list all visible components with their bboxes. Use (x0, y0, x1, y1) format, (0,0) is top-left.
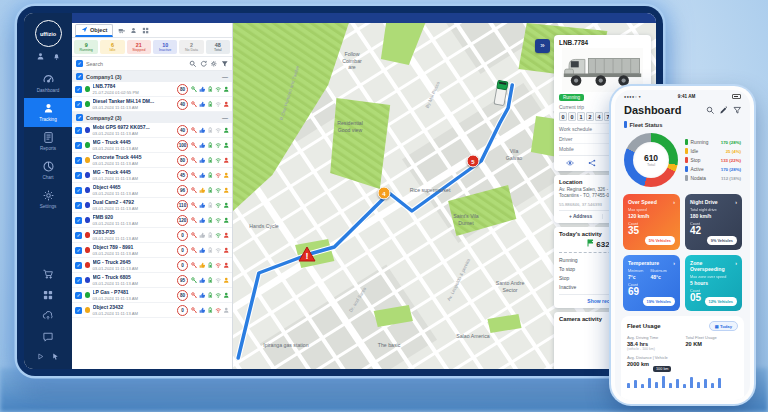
bell-icon[interactable] (52, 52, 61, 61)
collapse-group-icon[interactable]: — (222, 115, 228, 121)
card-sub-label: Total night drive (690, 208, 717, 212)
vehicle-truck-marker[interactable] (494, 80, 508, 106)
phone-edit-icon[interactable] (719, 106, 728, 115)
status-chip-running[interactable]: 9Running (74, 40, 98, 54)
sidebar-item-dashboard[interactable]: Dashboard (24, 69, 72, 98)
share-icon[interactable] (588, 159, 596, 167)
vehicle-row[interactable]: ✓Concrete Truck 444503-01-2024 11:11:13 … (72, 153, 232, 168)
status-chip-no-data[interactable]: 2No Data (179, 40, 203, 54)
vehicle-row[interactable]: ✓Dual Cam2 - 479203-01-2024 11:11:13 AM1… (72, 198, 232, 213)
vehicle-checkbox[interactable]: ✓ (75, 202, 82, 209)
vehicle-row[interactable]: ✓Object 446503-01-2024 11:11:13 AM96 (72, 183, 232, 198)
vehicle-row[interactable]: ✓X283-P3503-01-2024 11:11:13 AM0 (72, 228, 232, 243)
collapse-panel-button[interactable]: » (535, 39, 550, 53)
vehicle-checkbox[interactable]: ✓ (75, 86, 82, 93)
search-input[interactable] (86, 61, 186, 67)
waypoint-5-marker[interactable]: 5 (467, 155, 480, 168)
play-icon[interactable] (36, 352, 45, 361)
filter-icon[interactable] (221, 60, 229, 68)
vehicle-checkbox[interactable]: ✓ (75, 101, 82, 108)
grid-icon[interactable] (142, 27, 149, 34)
kpi-card-over-speed[interactable]: Over Speed›Max speed120 km/hCount355% Ve… (623, 194, 680, 250)
vehicle-checkbox[interactable]: ✓ (75, 172, 82, 179)
status-chip-total[interactable]: 48Total (206, 40, 230, 54)
status-chip-stopped[interactable]: 21Stopped (127, 40, 151, 54)
vehicle-row[interactable]: ✓LNB.778421-07-2024 01:02:55 PM80 (72, 82, 232, 97)
chip-value: 48 (206, 42, 230, 49)
vehicle-row[interactable]: ✓MG - Truck 680503-01-2024 11:11:13 AM95 (72, 273, 232, 288)
vehicle-row[interactable]: ✓Mobi GPS 6972 KK057...03-01-2024 11:11:… (72, 123, 232, 138)
vehicle-status-dot (85, 142, 91, 148)
refresh-icon[interactable] (200, 60, 208, 68)
vehicle-checkbox[interactable]: ✓ (75, 142, 82, 149)
thumb-status-icon (199, 247, 206, 254)
kpi-card-night-drive[interactable]: Night Drive›Total night drive180 km/hCou… (685, 194, 742, 250)
alert-marker[interactable]: ! (298, 246, 316, 262)
settings-gear-icon[interactable] (210, 60, 218, 68)
phone-filter-icon[interactable] (733, 106, 742, 115)
sidebar-item-reports[interactable]: Reports (24, 127, 72, 156)
sidebar-item-chart[interactable]: Chart (24, 156, 72, 185)
vehicle-row[interactable]: ✓MG - Truck 264503-01-2024 11:11:13 AM0 (72, 258, 232, 273)
vehicle-checkbox[interactable]: ✓ (75, 292, 82, 299)
group-checkbox[interactable]: ✓ (76, 73, 83, 80)
key-status-icon (191, 187, 198, 194)
vehicle-checkbox[interactable]: ✓ (75, 157, 82, 164)
cart-icon[interactable] (42, 268, 54, 280)
select-all-checkbox[interactable]: ✓ (76, 60, 83, 67)
trailer-icon[interactable] (118, 27, 125, 34)
battery-status-icon (207, 202, 214, 209)
vehicle-row[interactable]: ✓Object 789 - 899103-01-2024 11:11:13 AM… (72, 243, 232, 258)
vehicle-checkbox[interactable]: ✓ (75, 307, 82, 314)
card-count: 35 (628, 226, 675, 236)
battery-status-icon (207, 292, 214, 299)
vehicle-checkbox[interactable]: ✓ (75, 127, 82, 134)
vehicle-checkbox[interactable]: ✓ (75, 247, 82, 254)
kpi-card-temperature[interactable]: Temperature›Minimum7°cMaximum48°cCount69… (623, 255, 680, 311)
kpi-card-zone-overspeeding[interactable]: Zone Overspeeding›Max zone over speed5 h… (685, 255, 742, 311)
group-header[interactable]: ✓Company1 (3)— (72, 71, 232, 82)
vehicle-row[interactable]: ✓Object 2343203-01-2024 11:11:13 AM0 (72, 303, 232, 318)
add-address-button[interactable]: + Address (559, 214, 602, 219)
vehicle-row[interactable]: ✓LP Gas - P748103-01-2024 11:11:13 AM80 (72, 288, 232, 303)
driver-icon[interactable] (130, 27, 137, 34)
cloud-upload-icon[interactable] (42, 310, 54, 322)
battery-status-icon (207, 277, 214, 284)
vehicle-checkbox[interactable]: ✓ (75, 217, 82, 224)
eye-icon[interactable] (566, 159, 574, 167)
status-chip-inactive[interactable]: 10Inactive (153, 40, 177, 54)
today-filter-pill[interactable]: ▦ Today (709, 321, 738, 331)
usage-bar (676, 379, 679, 388)
usage-bar (648, 378, 651, 388)
user-icon[interactable] (36, 52, 45, 61)
vehicle-timestamp: 03-01-2024 11:11:13 AM (93, 311, 175, 316)
vehicle-checkbox[interactable]: ✓ (75, 187, 82, 194)
chat-icon[interactable] (42, 331, 54, 343)
group-checkbox[interactable]: ✓ (76, 114, 83, 121)
sidebar-item-settings[interactable]: Settings (24, 185, 72, 214)
status-badge: Running (559, 94, 584, 101)
chip-label: Running (74, 48, 98, 52)
apps-grid-icon[interactable] (42, 289, 54, 301)
vehicle-row[interactable]: ✓Diesel Tanker MH.14 DM...03-01-2024 11:… (72, 97, 232, 112)
collapse-group-icon[interactable]: — (222, 74, 228, 80)
pointer-icon[interactable] (51, 352, 60, 361)
sidebar-item-label: Tracking (39, 117, 56, 122)
vehicle-row[interactable]: ✓MG - Truck 444503-01-2024 11:11:13 AM45 (72, 168, 232, 183)
card-title: Over Speed (628, 199, 657, 205)
usage-bar (704, 379, 707, 388)
tab-object[interactable]: Object (75, 24, 113, 37)
waypoint-4-marker[interactable]: 4 (378, 187, 391, 200)
vehicle-checkbox[interactable]: ✓ (75, 232, 82, 239)
search-icon[interactable] (189, 60, 197, 68)
vehicle-row[interactable]: ✓FMB 92003-01-2024 11:11:13 AM120 (72, 213, 232, 228)
sidebar-item-tracking[interactable]: Tracking (24, 98, 72, 127)
vehicle-checkbox[interactable]: ✓ (75, 262, 82, 269)
vehicle-timestamp: 03-01-2024 11:11:13 AM (93, 236, 175, 241)
group-header[interactable]: ✓Company2 (3)— (72, 112, 232, 123)
status-chip-idle[interactable]: 6Idle (100, 40, 124, 54)
vehicle-checkbox[interactable]: ✓ (75, 277, 82, 284)
phone-search-icon[interactable] (706, 106, 715, 115)
vehicle-status-dot (85, 202, 91, 208)
vehicle-row[interactable]: ✓MG - Truck 444503-01-2024 11:11:13 AM10… (72, 138, 232, 153)
